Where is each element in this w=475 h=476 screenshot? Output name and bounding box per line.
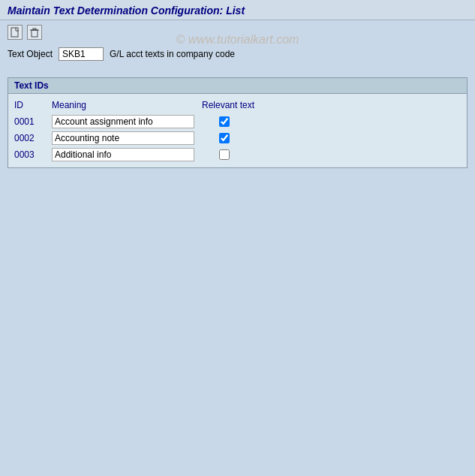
meaning-input-1[interactable] xyxy=(52,115,194,128)
relevant-checkbox-2[interactable] xyxy=(219,133,230,143)
meaning-input-2[interactable] xyxy=(52,131,194,145)
text-object-label: Text Object xyxy=(8,49,53,59)
cell-checkbox-3 xyxy=(202,149,247,160)
cell-id-1: 0001 xyxy=(14,116,52,127)
cell-meaning-1 xyxy=(52,115,202,128)
table-row: 0002 xyxy=(14,130,461,146)
meaning-input-3[interactable] xyxy=(52,148,194,161)
col-header-relevant: Relevant text xyxy=(202,100,292,110)
column-headers: ID Meaning Relevant text xyxy=(14,98,461,112)
cell-checkbox-1 xyxy=(202,116,247,127)
page-title: Maintain Text Determination Configuratio… xyxy=(8,5,467,17)
cell-checkbox-2 xyxy=(202,133,247,143)
cell-meaning-2 xyxy=(52,131,202,145)
document-icon xyxy=(10,27,20,38)
svg-rect-0 xyxy=(11,28,18,37)
trash-icon xyxy=(29,27,40,38)
delete-icon[interactable] xyxy=(27,25,42,40)
svg-rect-1 xyxy=(32,30,38,37)
title-bar: Maintain Text Determination Configuratio… xyxy=(0,0,475,20)
text-object-description: G/L acct texts in company code xyxy=(110,49,235,59)
table-area: ID Meaning Relevant text 0001 0002 xyxy=(8,94,467,167)
cell-id-2: 0002 xyxy=(14,133,52,143)
text-object-input[interactable] xyxy=(59,47,104,61)
cell-id-3: 0003 xyxy=(14,149,52,160)
relevant-checkbox-1[interactable] xyxy=(219,116,230,127)
main-content: Text IDs ID Meaning Relevant text 0001 xyxy=(0,70,475,176)
table-row: 0001 xyxy=(14,113,461,130)
text-ids-section: Text IDs ID Meaning Relevant text 0001 xyxy=(8,77,467,168)
toolbar xyxy=(0,20,475,44)
relevant-checkbox-3[interactable] xyxy=(219,149,230,160)
new-icon[interactable] xyxy=(8,25,23,40)
svg-rect-3 xyxy=(33,29,36,30)
cell-meaning-3 xyxy=(52,148,202,161)
text-object-row: Text Object G/L acct texts in company co… xyxy=(0,44,475,64)
col-header-meaning: Meaning xyxy=(52,100,202,110)
table-row: 0003 xyxy=(14,146,461,163)
section-header: Text IDs xyxy=(8,78,467,94)
col-header-id: ID xyxy=(14,100,52,110)
